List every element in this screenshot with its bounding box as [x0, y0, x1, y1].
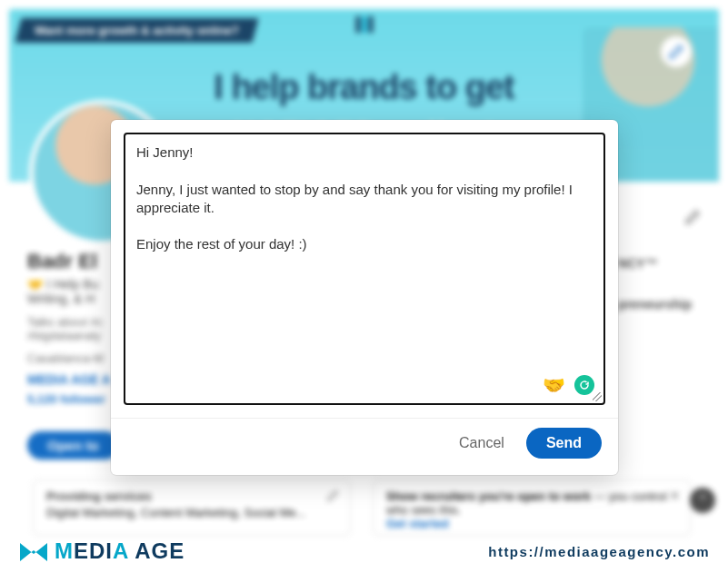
pencil-icon: [668, 44, 684, 60]
get-started-link[interactable]: Get started: [386, 517, 677, 530]
message-modal: 🤝 Cancel Send: [111, 120, 618, 475]
card-title: Providing services: [46, 489, 337, 503]
footer-logo: MMEDIA AGEEDIA AGE: [18, 538, 184, 565]
message-textarea-wrap: 🤝: [124, 133, 605, 405]
message-textarea[interactable]: [125, 134, 603, 403]
resize-handle[interactable]: [593, 392, 602, 401]
close-card-button[interactable]: ✕: [669, 488, 681, 504]
chevron-up-icon: ⌃: [697, 492, 709, 509]
cover-banner-text: Want more growth & activity online?: [35, 24, 239, 37]
chevron-up-fab[interactable]: ⌃: [690, 488, 715, 513]
pencil-icon: [326, 489, 339, 502]
envelope-icon: [18, 538, 49, 565]
card-body-2: Show recruiters you're open to work — yo…: [386, 489, 677, 517]
modal-actions: Cancel Send: [111, 418, 618, 475]
edit-card-button[interactable]: [326, 489, 339, 505]
providing-services-card[interactable]: Providing services Digital Marketing, Co…: [33, 479, 351, 536]
footer-url: https://mediaageagency.com: [488, 544, 710, 559]
card-body: Digital Marketing, Content Marketing, So…: [46, 506, 337, 519]
grammarly-icon[interactable]: [574, 375, 594, 395]
pencil-icon: [684, 209, 701, 225]
handshake-icon: 🤝: [543, 374, 565, 396]
watermark-footer: MMEDIA AGEEDIA AGE https://mediaageagenc…: [0, 529, 728, 573]
open-to-work-card[interactable]: Show recruiters you're open to work — yo…: [373, 479, 691, 536]
send-button[interactable]: Send: [526, 428, 602, 459]
edit-cover-button[interactable]: [661, 36, 692, 67]
cancel-button[interactable]: Cancel: [450, 428, 514, 459]
cover-logo: [355, 16, 373, 33]
cover-banner: Want more growth & activity online?: [15, 18, 258, 43]
open-to-button[interactable]: Open to: [27, 431, 119, 459]
company-panel: NCY™ preneurship: [618, 252, 692, 316]
edit-intro-button[interactable]: [684, 209, 701, 229]
